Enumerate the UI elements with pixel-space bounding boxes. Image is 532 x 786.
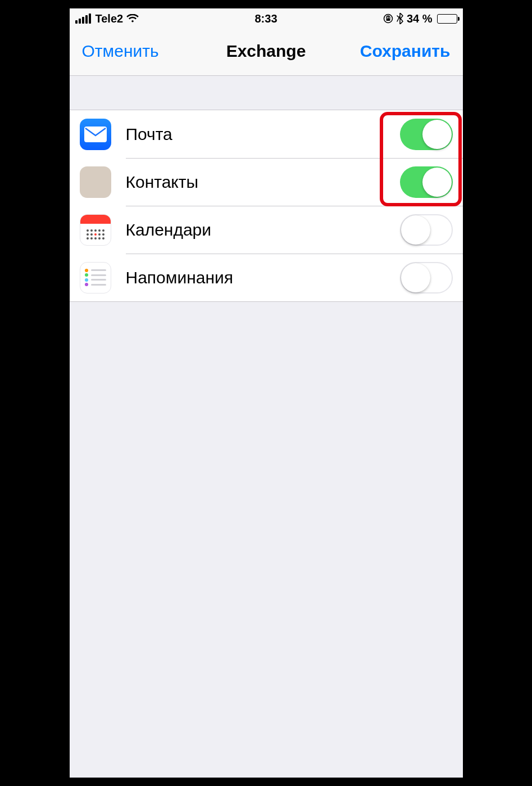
rotation-lock-icon — [383, 13, 393, 24]
row-mail-label: Почта — [126, 125, 400, 144]
carrier-label: Tele2 — [96, 12, 124, 25]
contacts-icon — [80, 166, 111, 198]
cellular-signal-icon — [75, 13, 91, 24]
cancel-button[interactable]: Отменить — [82, 42, 159, 61]
row-mail: Почта — [70, 110, 463, 158]
row-contacts-label: Контакты — [126, 173, 400, 192]
reminders-icon — [80, 262, 111, 293]
row-reminders-label: Напоминания — [126, 268, 400, 287]
calendar-icon — [80, 214, 111, 246]
mail-icon — [80, 119, 111, 150]
row-calendars-label: Календари — [126, 220, 400, 240]
svg-rect-2 — [84, 127, 107, 142]
battery-icon — [437, 14, 457, 24]
svg-rect-1 — [386, 19, 390, 21]
toggle-contacts[interactable] — [400, 166, 453, 198]
toggle-mail[interactable] — [400, 119, 453, 150]
status-left: Tele2 — [75, 12, 139, 25]
bluetooth-icon — [397, 13, 403, 24]
status-right: 34 % — [383, 12, 457, 25]
save-button[interactable]: Сохранить — [360, 42, 451, 61]
status-bar: Tele2 8:33 34 % — [70, 8, 463, 29]
device-screen: Tele2 8:33 34 % Отменить Exchange Сохран… — [70, 8, 463, 778]
row-contacts: Контакты — [70, 158, 463, 206]
row-reminders: Напоминания — [70, 254, 463, 301]
toggle-calendars[interactable] — [400, 214, 453, 246]
row-calendars: Календари — [70, 206, 463, 254]
battery-percent-label: 34 % — [407, 12, 433, 25]
toggle-reminders[interactable] — [400, 262, 453, 293]
nav-bar: Отменить Exchange Сохранить — [70, 29, 463, 76]
settings-list: Почта Контакты Календари — [70, 110, 463, 302]
wifi-icon — [126, 14, 139, 23]
